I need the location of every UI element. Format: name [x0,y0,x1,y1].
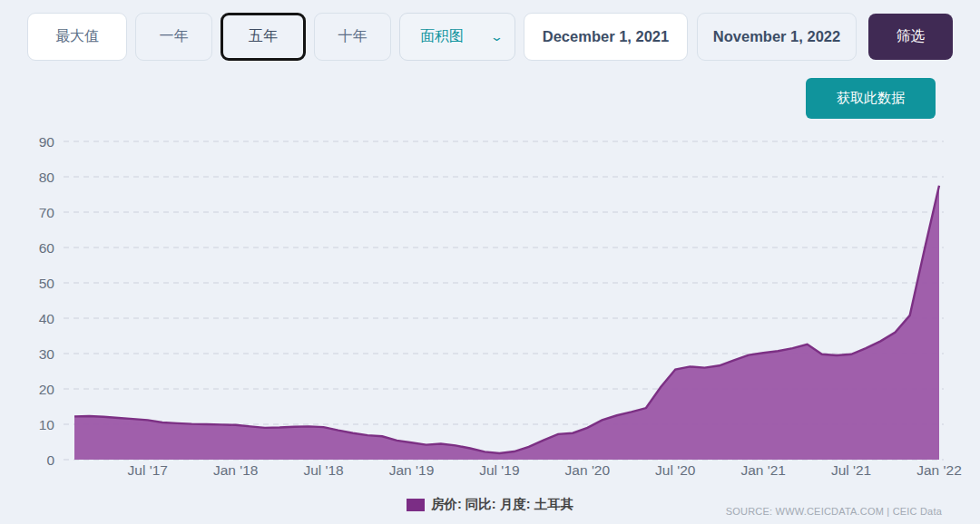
x-tick-label: Jul '20 [655,462,696,478]
y-tick-label: 60 [39,240,55,256]
area-chart-svg: 0102030405060708090Jul '17Jan '18Jul '18… [0,118,980,491]
get-data-button[interactable]: 获取此数据 [806,78,936,119]
x-tick-label: Jan '18 [213,462,259,478]
date-to-input[interactable]: November 1, 2022 [697,13,857,61]
y-tick-label: 70 [39,205,55,220]
y-tick-label: 80 [39,170,55,185]
date-from-input[interactable]: December 1, 2021 [524,13,688,61]
x-tick-label: Jan '20 [565,462,611,478]
y-tick-label: 0 [46,452,54,468]
range-button-10y[interactable]: 十年 [314,13,391,61]
area-chart[interactable]: 0102030405060708090Jul '17Jan '18Jul '18… [0,118,980,491]
filter-button[interactable]: 筛选 [868,14,953,60]
area-series[interactable] [74,186,939,460]
x-tick-label: Jan '22 [916,462,962,478]
x-tick-label: Jul '18 [303,462,343,478]
legend-label: 房价: 同比: 月度: 土耳其 [431,496,573,513]
chevron-down-icon: ⌄ [490,30,504,44]
range-button-1y[interactable]: 一年 [135,13,212,61]
x-tick-label: Jul '17 [128,462,168,478]
y-tick-label: 10 [39,417,55,432]
range-button-max[interactable]: 最大值 [27,13,127,61]
toolbar: 最大值 一年 五年 十年 面积图 ⌄ December 1, 2021 Nove… [27,13,953,61]
x-tick-label: Jul '21 [831,462,871,478]
legend-swatch [407,499,425,511]
source-attribution: SOURCE: WWW.CEICDATA.COM | CEIC Data [726,506,942,517]
x-tick-label: Jan '21 [740,462,786,478]
y-tick-label: 40 [39,311,55,326]
x-tick-label: Jan '19 [389,462,435,478]
chart-type-select[interactable]: 面积图 ⌄ [399,13,515,61]
range-button-5y[interactable]: 五年 [220,13,306,61]
chart-type-value: 面积图 [420,27,464,46]
y-tick-label: 30 [39,346,55,362]
y-tick-label: 20 [39,382,55,397]
y-tick-label: 90 [39,134,55,150]
x-tick-label: Jul '19 [479,462,519,478]
y-tick-label: 50 [39,276,55,291]
